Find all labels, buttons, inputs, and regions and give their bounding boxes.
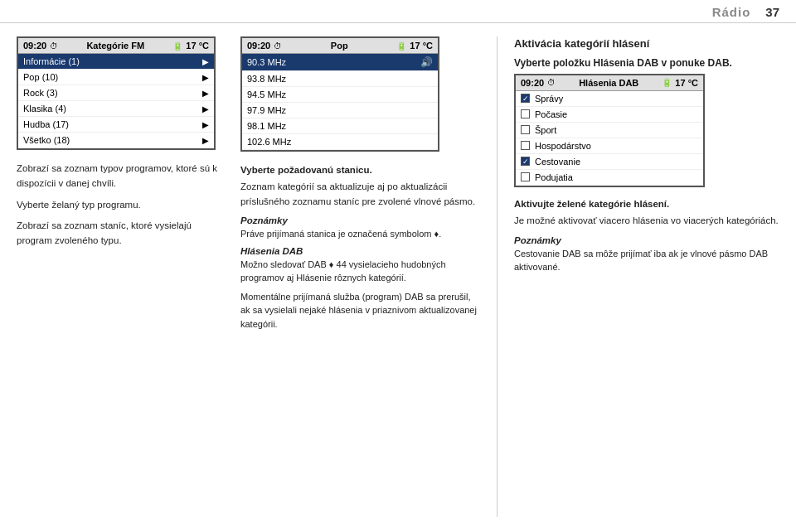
list-item-label: Všetko (18) xyxy=(23,135,70,145)
left-para-3: Zobrazí sa zoznam staníc, ktoré vysielaj… xyxy=(17,219,224,249)
dab-item-label: Správy xyxy=(535,94,563,104)
freq-item[interactable]: 98.1 MHz xyxy=(242,118,438,134)
right-activation-text: Aktivujte želené kategórie hlásení. xyxy=(514,197,779,212)
freq-item[interactable]: 94.5 MHz xyxy=(242,87,438,103)
dab-list-item[interactable]: ✓ Cestovanie xyxy=(516,154,703,170)
dab-item-label: Počasie xyxy=(535,109,567,119)
page-header: Rádio 37 xyxy=(0,0,796,23)
left-para-1: Zobrazí sa zoznam typov programov, ktoré… xyxy=(17,162,224,191)
list-item-label: Rock (3) xyxy=(23,88,58,98)
main-content: 09:20 ⏱ Kategórie FM 🔋 17 °C Informácie … xyxy=(0,23,796,525)
fm-screen-header: 09:20 ⏱ Kategórie FM 🔋 17 °C xyxy=(18,38,214,54)
dab-screen-header: 09:20 ⏱ Hlásenia DAB 🔋 17 °C xyxy=(516,75,703,91)
list-item[interactable]: Pop (10) ▶ xyxy=(18,70,214,85)
dab-battery-icon: 🔋 xyxy=(662,78,672,87)
list-item-label: Informácie (1) xyxy=(23,56,80,66)
left-column: 09:20 ⏱ Kategórie FM 🔋 17 °C Informácie … xyxy=(17,36,240,517)
right-column: Aktivácia kategórií hlásení Vyberte polo… xyxy=(498,36,779,517)
list-item-label: Klasika (4) xyxy=(23,104,66,114)
dab-list-item[interactable]: Podujatia xyxy=(516,170,703,186)
arrow-icon: ▶ xyxy=(202,57,209,66)
list-item-label: Pop (10) xyxy=(23,72,58,82)
right-note-label: Poznámky xyxy=(514,235,779,245)
freq-label: 94.5 MHz xyxy=(247,89,286,99)
checkbox-pocasie[interactable] xyxy=(521,109,530,118)
freq-label: 98.1 MHz xyxy=(247,121,286,131)
pop-screen-time: 09:20 xyxy=(247,41,270,51)
dab-list-item[interactable]: Hospodárstvo xyxy=(516,138,703,154)
pop-battery-icon: 🔋 xyxy=(396,41,406,51)
mid-note3-text: Momentálne prijímaná služba (program) DA… xyxy=(240,290,480,331)
pop-freq-screen: 09:20 ⏱ Pop 🔋 17 °C 90.3 MHz 🔊 93.8 MHz xyxy=(240,36,439,152)
pop-screen-title: Pop xyxy=(282,41,396,51)
mid-note2-label: Hlásenia DAB xyxy=(240,246,480,256)
speaker-icon: 🔊 xyxy=(420,56,433,68)
fm-clock-icon: ⏱ xyxy=(50,41,58,51)
freq-item[interactable]: 90.3 MHz 🔊 xyxy=(242,54,438,71)
fm-screen-temp: 17 °C xyxy=(186,41,209,51)
page-number: 37 xyxy=(765,5,779,19)
fm-categories-list: Informácie (1) ▶ Pop (10) ▶ Rock (3) ▶ K… xyxy=(18,54,214,148)
mid-note1-text: Práve prijímaná stanica je označená symb… xyxy=(240,227,480,241)
freq-label: 102.6 MHz xyxy=(247,137,291,147)
dab-item-label: Šport xyxy=(535,125,556,135)
pop-screen-header: 09:20 ⏱ Pop 🔋 17 °C xyxy=(242,38,438,54)
mid-note1-label: Poznámky xyxy=(240,215,480,225)
freq-item[interactable]: 97.9 MHz xyxy=(242,103,438,118)
dab-list-item[interactable]: Šport xyxy=(516,123,703,138)
freq-label: 90.3 MHz xyxy=(247,57,286,67)
page-title: Rádio xyxy=(712,5,751,19)
checkbox-podujatia[interactable] xyxy=(521,172,530,181)
dab-item-label: Hospodárstvo xyxy=(535,141,591,151)
fm-battery-icon: 🔋 xyxy=(172,41,182,51)
fm-screen-title: Kategórie FM xyxy=(58,41,172,51)
dab-clock-icon: ⏱ xyxy=(547,78,556,87)
right-note-text: Cestovanie DAB sa môže prijímať iba ak j… xyxy=(514,247,779,274)
arrow-icon: ▶ xyxy=(202,120,209,129)
freq-label: 93.8 MHz xyxy=(247,74,286,84)
checkbox-spravy[interactable]: ✓ xyxy=(521,94,530,103)
checkbox-hospodarstvo[interactable] xyxy=(521,141,530,150)
freq-item[interactable]: 93.8 MHz xyxy=(242,71,438,87)
checkbox-cestovanie[interactable]: ✓ xyxy=(521,157,530,166)
pop-clock-icon: ⏱ xyxy=(274,41,282,51)
dab-item-label: Cestovanie xyxy=(535,157,580,167)
right-heading: Aktivácia kategórií hlásení xyxy=(514,36,779,51)
pop-screen-temp: 17 °C xyxy=(410,41,433,51)
arrow-icon: ▶ xyxy=(202,136,209,145)
dab-screen-temp: 17 °C xyxy=(675,78,698,88)
left-para-2: Vyberte želaný typ programu. xyxy=(17,198,224,213)
list-item-label: Hudba (17) xyxy=(23,119,69,129)
freq-label: 97.9 MHz xyxy=(247,105,286,115)
right-subheading: Vyberte položku Hlásenia DAB v ponuke DA… xyxy=(514,56,779,70)
list-item[interactable]: Klasika (4) ▶ xyxy=(18,101,214,117)
list-item[interactable]: Informácie (1) ▶ xyxy=(18,54,214,70)
freq-item[interactable]: 102.6 MHz xyxy=(242,134,438,150)
right-activation-sub: Je možné aktivovať viacero hlásenia vo v… xyxy=(514,214,779,229)
arrow-icon: ▶ xyxy=(202,89,209,98)
dab-categories-list: ✓ Správy Počasie Šport Hospodárstvo ✓ xyxy=(516,91,703,186)
dab-screen-title: Hlásenia DAB xyxy=(556,78,662,88)
mid-column: 09:20 ⏱ Pop 🔋 17 °C 90.3 MHz 🔊 93.8 MHz xyxy=(240,36,498,517)
dab-list-item[interactable]: ✓ Správy xyxy=(516,91,703,107)
checkbox-sport[interactable] xyxy=(521,125,530,134)
dab-screen: 09:20 ⏱ Hlásenia DAB 🔋 17 °C ✓ Správy Po… xyxy=(514,74,705,187)
arrow-icon: ▶ xyxy=(202,104,209,114)
list-item[interactable]: Hudba (17) ▶ xyxy=(18,117,214,133)
mid-sub-text: Zoznam kategórií sa aktualizuje aj po ak… xyxy=(240,180,480,210)
dab-list-item[interactable]: Počasie xyxy=(516,107,703,123)
arrow-icon: ▶ xyxy=(202,73,209,82)
mid-note2-text: Možno sledovať DAB ♦ 44 vysielacieho hud… xyxy=(240,258,480,285)
fm-categories-screen: 09:20 ⏱ Kategórie FM 🔋 17 °C Informácie … xyxy=(17,36,216,150)
dab-item-label: Podujatia xyxy=(535,172,573,182)
fm-screen-time: 09:20 xyxy=(23,41,46,51)
dab-screen-time: 09:20 xyxy=(521,78,544,88)
pop-freq-list: 90.3 MHz 🔊 93.8 MHz 94.5 MHz 97.9 MHz 98… xyxy=(242,54,438,150)
mid-main-text: Vyberte požadovanú stanicu. xyxy=(240,163,480,178)
list-item[interactable]: Rock (3) ▶ xyxy=(18,85,214,101)
list-item[interactable]: Všetko (18) ▶ xyxy=(18,133,214,148)
